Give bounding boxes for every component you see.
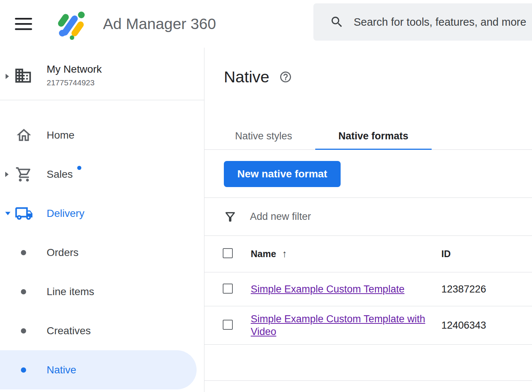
add-filter-label: Add new filter — [250, 211, 311, 222]
column-header-id[interactable]: ID — [441, 249, 532, 259]
search-bar[interactable] — [313, 3, 532, 41]
topbar: Ad Manager 360 — [0, 0, 532, 48]
table-empty-row — [204, 345, 532, 381]
sidebar-item-home[interactable]: Home — [0, 116, 204, 155]
sidebar-divider — [0, 100, 204, 100]
cart-icon — [15, 166, 33, 183]
search-icon — [330, 15, 344, 29]
sidebar-nav: Home Sales Delivery Orders — [0, 116, 204, 389]
sidebar-item-label: Creatives — [47, 325, 91, 337]
sidebar-item-label: Native — [47, 364, 76, 376]
network-selector[interactable]: My Network 21775744923 — [0, 63, 204, 100]
table-row: Simple Example Custom Template 12387226 — [204, 272, 532, 306]
page-title: Native — [224, 68, 269, 86]
sidebar-item-delivery[interactable]: Delivery — [0, 194, 204, 233]
sidebar: My Network 21775744923 Home Sales — [0, 48, 204, 392]
hamburger-icon — [15, 18, 32, 30]
sidebar-item-sales[interactable]: Sales — [0, 155, 204, 194]
tab-native-styles[interactable]: Native styles — [212, 123, 315, 149]
filter-funnel-icon — [223, 210, 237, 224]
bullet-icon — [21, 250, 26, 255]
table-header-row: Name ↑ ID — [204, 236, 532, 272]
native-format-link[interactable]: Simple Example Custom Template — [251, 283, 404, 295]
bullet-icon — [21, 367, 26, 373]
native-format-link[interactable]: Simple Example Custom Template with Vide… — [251, 313, 428, 338]
menu-button[interactable] — [15, 18, 32, 30]
app-title: Ad Manager 360 — [103, 15, 216, 33]
network-id: 21775744923 — [47, 78, 94, 87]
filter-bar[interactable]: Add new filter — [204, 198, 532, 236]
tab-bar: Native styles Native formats — [204, 123, 532, 150]
network-name: My Network — [47, 63, 102, 75]
sidebar-item-label: Line items — [47, 286, 94, 298]
sidebar-item-label: Home — [47, 129, 75, 141]
bullet-icon — [21, 328, 26, 333]
sidebar-item-label: Sales — [47, 168, 73, 180]
ad-manager-logo-icon — [55, 8, 89, 40]
bullet-icon — [21, 289, 26, 294]
network-building-icon — [14, 66, 32, 86]
sidebar-item-orders[interactable]: Orders — [0, 233, 204, 272]
column-header-name[interactable]: Name — [251, 249, 276, 259]
notification-dot — [77, 166, 81, 170]
sidebar-item-creatives[interactable]: Creatives — [0, 311, 204, 350]
sidebar-item-label: Delivery — [47, 208, 84, 219]
row-checkbox[interactable] — [223, 320, 233, 330]
sort-ascending-icon[interactable]: ↑ — [282, 248, 287, 260]
home-icon — [15, 127, 33, 144]
truck-icon — [15, 204, 33, 223]
row-id: 12387226 — [441, 284, 532, 295]
sidebar-item-label: Orders — [47, 247, 79, 259]
tab-native-formats[interactable]: Native formats — [315, 123, 432, 149]
help-icon[interactable] — [279, 70, 292, 83]
select-all-checkbox[interactable] — [223, 248, 233, 258]
new-native-format-button[interactable]: New native format — [224, 161, 341, 187]
caret-right-icon — [5, 73, 10, 81]
caret-down-icon[interactable] — [4, 211, 11, 216]
table-row: Simple Example Custom Template with Vide… — [204, 306, 532, 345]
main-content: Native Native styles Native formats New … — [204, 48, 532, 392]
sidebar-item-native[interactable]: Native — [0, 350, 197, 389]
search-input[interactable] — [354, 16, 532, 28]
row-checkbox[interactable] — [223, 284, 233, 294]
sidebar-item-line-items[interactable]: Line items — [0, 272, 204, 311]
row-id: 12406343 — [441, 320, 532, 331]
caret-right-icon[interactable] — [4, 171, 9, 178]
